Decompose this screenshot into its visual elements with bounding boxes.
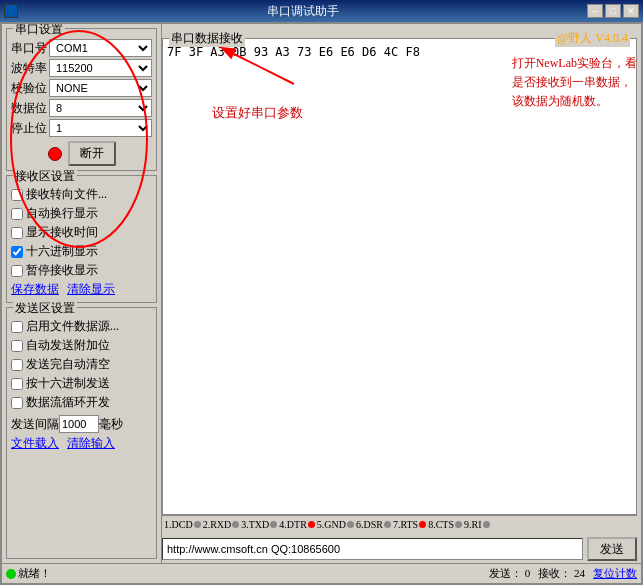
cb-auto-clear-input[interactable] [11, 359, 23, 371]
parity-label: 校验位 [11, 80, 49, 97]
send-input[interactable] [162, 538, 583, 560]
baud-rate-select[interactable]: 115200 [49, 59, 152, 77]
send-count-label: 发送： 0 [489, 566, 530, 581]
clear-input-link[interactable]: 清除输入 [67, 435, 115, 452]
interval-row: 发送间隔 毫秒 [11, 415, 152, 433]
title-bar: 串口调试助手 ─ □ ✕ [0, 0, 643, 22]
disconnect-button[interactable]: 断开 [68, 141, 116, 166]
left-panel: 串口设置 串口号 COM1 波特率 115200 校验位 NONE [2, 24, 162, 563]
receive-data-area: 7F 3F A3 0B 93 A3 73 E6 E6 D6 4C F8 [163, 39, 636, 514]
port-number-select[interactable]: COM1 [49, 39, 152, 57]
send-settings-title: 发送区设置 [13, 300, 77, 317]
data-bits-row: 数据位 8 [11, 99, 152, 117]
status-bar: 就绪！ 发送： 0 接收： 24 复位计数 [2, 563, 641, 583]
cb-auto-newline: 自动换行显示 [11, 205, 152, 222]
close-button[interactable]: ✕ [623, 4, 639, 18]
signal-txd: 3.TXD [241, 519, 277, 530]
send-button[interactable]: 发送 [587, 537, 637, 561]
baud-rate-label: 波特率 [11, 60, 49, 77]
status-text: 就绪！ [18, 566, 51, 581]
signal-gnd: 5.GND [317, 519, 354, 530]
cb-show-time-input[interactable] [11, 227, 23, 239]
maximize-button[interactable]: □ [605, 4, 621, 18]
cb-show-time: 显示接收时间 [11, 224, 152, 241]
data-bits-label: 数据位 [11, 100, 49, 117]
receive-links: 保存数据 清除显示 [11, 281, 152, 298]
connect-area: 断开 [11, 141, 152, 166]
signal-rts: 7.RTS [393, 519, 426, 530]
cb-hex-send-input[interactable] [11, 378, 23, 390]
signal-dtr: 4.DTR [279, 519, 315, 530]
signal-cts: 8.CTS [428, 519, 462, 530]
cb-pause-receive: 暂停接收显示 [11, 262, 152, 279]
baud-rate-row: 波特率 115200 [11, 59, 152, 77]
status-led-item: 就绪！ [6, 566, 51, 581]
status-led [6, 569, 16, 579]
cb-file-source: 启用文件数据源... [11, 318, 152, 335]
cb-auto-add-input[interactable] [11, 340, 23, 352]
parity-select[interactable]: NONE [49, 79, 152, 97]
save-data-link[interactable]: 保存数据 [11, 281, 59, 298]
clear-display-link[interactable]: 清除显示 [67, 281, 115, 298]
version-label: @野人 V4.0.4 [555, 30, 630, 47]
signal-dsr: 6.DSR [356, 519, 391, 530]
title-bar-title: 串口调试助手 [18, 3, 587, 20]
send-row: 发送 [162, 535, 637, 563]
reset-count-link[interactable]: 复位计数 [593, 566, 637, 581]
port-settings-group: 串口设置 串口号 COM1 波特率 115200 校验位 NONE [6, 28, 157, 171]
receive-data-group: 串口数据接收 @野人 V4.0.4 7F 3F A3 0B 93 A3 73 E… [162, 38, 637, 515]
cb-loop-send-input[interactable] [11, 397, 23, 409]
cb-auto-add: 自动发送附加位 [11, 337, 152, 354]
main-window: 串口设置 串口号 COM1 波特率 115200 校验位 NONE [0, 22, 643, 585]
stop-bits-row: 停止位 1 [11, 119, 152, 137]
stop-bits-select[interactable]: 1 [49, 119, 152, 137]
port-number-label: 串口号 [11, 40, 49, 57]
signal-bar: 1.DCD 2.RXD 3.TXD 4.DTR 5.GND 6.DSR 7.RT… [162, 515, 637, 533]
window-icon [4, 4, 18, 18]
cb-hex-display: 十六进制显示 [11, 243, 152, 260]
cb-redirect-file: 接收转向文件... [11, 186, 152, 203]
stop-bits-label: 停止位 [11, 120, 49, 137]
receive-data-title: 串口数据接收 [169, 30, 245, 47]
port-number-row: 串口号 COM1 [11, 39, 152, 57]
minimize-button[interactable]: ─ [587, 4, 603, 18]
cb-loop-send: 数据流循环开发 [11, 394, 152, 411]
cb-auto-newline-input[interactable] [11, 208, 23, 220]
right-panel-wrapper: 串口数据接收 @野人 V4.0.4 7F 3F A3 0B 93 A3 73 E… [162, 24, 641, 563]
receive-settings-group: 接收区设置 接收转向文件... 自动换行显示 显示接收时间 十六进制显示 [6, 175, 157, 303]
cb-hex-display-input[interactable] [11, 246, 23, 258]
content-area: 串口设置 串口号 COM1 波特率 115200 校验位 NONE [2, 24, 641, 563]
interval-input[interactable] [59, 415, 99, 433]
data-bits-select[interactable]: 8 [49, 99, 152, 117]
cb-pause-receive-input[interactable] [11, 265, 23, 277]
signal-dcd: 1.DCD [164, 519, 201, 530]
cb-auto-clear: 发送完自动清空 [11, 356, 152, 373]
parity-row: 校验位 NONE [11, 79, 152, 97]
send-links: 文件载入 清除输入 [11, 435, 152, 452]
cb-file-source-input[interactable] [11, 321, 23, 333]
receive-count-label: 接收： 24 [538, 566, 585, 581]
cb-redirect-file-input[interactable] [11, 189, 23, 201]
load-file-link[interactable]: 文件载入 [11, 435, 59, 452]
receive-settings-title: 接收区设置 [13, 168, 77, 185]
receive-data-text: 7F 3F A3 0B 93 A3 73 E6 E6 D6 4C F8 [167, 45, 420, 59]
cb-hex-send: 按十六进制发送 [11, 375, 152, 392]
signal-rxd: 2.RXD [203, 519, 240, 530]
port-settings-title: 串口设置 [13, 24, 65, 38]
title-bar-buttons: ─ □ ✕ [587, 4, 639, 18]
signal-ri: 9.RI [464, 519, 490, 530]
send-settings-group: 发送区设置 启用文件数据源... 自动发送附加位 发送完自动清空 按十六进制发送 [6, 307, 157, 559]
status-dot [48, 147, 62, 161]
